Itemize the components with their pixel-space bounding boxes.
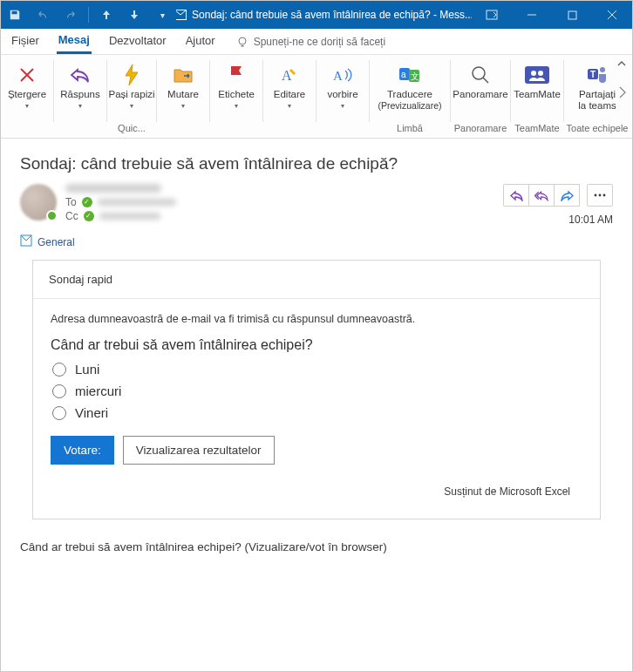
translate-label: Traducere [387, 89, 432, 100]
svg-point-10 [473, 67, 485, 79]
poll-option[interactable]: Vineri [52, 405, 582, 420]
move-button[interactable]: Mutare▾ [159, 58, 208, 121]
ribbon-display-options-button[interactable] [472, 1, 512, 29]
teams-icon: T [586, 61, 609, 89]
speech-label: vorbire [327, 89, 357, 100]
svg-point-19 [603, 194, 606, 197]
reply-icon [69, 61, 92, 89]
poll-option-label: Luni [75, 362, 99, 377]
delete-label: Ștergere [8, 89, 46, 100]
folder-move-icon [173, 61, 194, 89]
poll-option[interactable]: Luni [52, 362, 582, 377]
reply-all-button[interactable] [528, 184, 555, 207]
view-results-button[interactable]: Vizualizarea rezultatelor [123, 436, 275, 465]
reply-button[interactable] [503, 184, 529, 207]
tab-developer[interactable]: Dezvoltator [107, 31, 168, 52]
poll-card: Sondaj rapid Adresa dumneavoastră de e-m… [32, 260, 601, 519]
ribbon: Ștergere▾ Răspuns▾ Pași rapizi▾ [1, 55, 632, 139]
share-teams-label: Partajați la teams [574, 89, 621, 112]
translate-icon: a文 [398, 61, 421, 89]
read-aloud-icon: A [332, 61, 353, 89]
respond-button[interactable]: Răspuns▾ [56, 58, 105, 121]
quick-steps-button[interactable]: Pași rapizi▾ [107, 58, 156, 121]
collapse-ribbon-button[interactable] [616, 58, 627, 71]
quick-steps-group-label: Quic... [109, 121, 154, 135]
to-recipient-redacted [98, 199, 176, 206]
ribbon-tabs: Fișier Mesaj Dezvoltator Ajutor Spuneți-… [1, 29, 632, 55]
group-quick-steps: Pași rapizi▾ Quic... [107, 55, 156, 138]
tags-label: Etichete [218, 89, 255, 100]
svg-rect-2 [568, 11, 576, 19]
zoom-group-label: Panoramare [453, 121, 508, 135]
svg-text:T: T [590, 70, 596, 79]
x-icon [17, 61, 37, 89]
envelope-icon [176, 10, 187, 20]
svg-text:文: 文 [411, 71, 419, 81]
poll-option-label: Vineri [75, 405, 108, 420]
redo-button[interactable] [57, 1, 85, 29]
poll-question: Când ar trebui să avem întâlnirea echipe… [51, 337, 582, 353]
presence-indicator [46, 210, 58, 221]
window-controls [472, 1, 632, 29]
category-chip[interactable]: General [20, 234, 613, 249]
svg-point-12 [531, 71, 536, 76]
magnifier-icon [470, 61, 491, 89]
category-icon [20, 234, 32, 249]
minimize-button[interactable] [512, 1, 552, 29]
sender-name-redacted [65, 184, 161, 193]
group-respond: Răspuns▾ [54, 55, 106, 138]
qat-customize-button[interactable]: ▾ [148, 1, 176, 29]
editing-button[interactable]: A Editare▾ [265, 58, 314, 121]
teammate-button[interactable]: TeamMate [513, 58, 562, 121]
more-actions-button[interactable] [587, 184, 613, 207]
ribbon-scroll-right-button[interactable] [618, 86, 627, 101]
poll-note: Adresa dumneavoastră de e-mail va fi tri… [51, 313, 582, 325]
share-teams-button[interactable]: T Partajați la teams [573, 58, 622, 121]
to-label: To [65, 196, 77, 208]
maximize-button[interactable] [552, 1, 592, 29]
translate-sub-label: (Previzualizare) [378, 100, 442, 111]
vote-button[interactable]: Votare: [51, 436, 114, 465]
poll-option-label: miercuri [75, 384, 121, 398]
tell-me-search[interactable]: Spuneți-ne ce doriți să faceți [236, 36, 385, 48]
svg-rect-1 [487, 10, 497, 19]
translate-button[interactable]: a文 Traducere (Previzualizare) [371, 58, 448, 121]
group-delete: Ștergere▾ [1, 55, 53, 138]
title-bar: ▾ Sondaj: când trebuie să avem întâlnire… [1, 1, 632, 29]
svg-point-17 [595, 194, 597, 197]
group-move: Mutare▾ [157, 55, 209, 138]
save-button[interactable] [1, 1, 29, 29]
poll-powered-by: Susținut de Microsoft Excel [51, 465, 582, 510]
svg-point-16 [600, 67, 605, 72]
radio-icon [52, 406, 66, 420]
delete-button[interactable]: Ștergere▾ [3, 58, 51, 121]
poll-options: Luni miercuri Vineri [52, 362, 582, 420]
group-speech: A vorbire▾ [316, 55, 369, 138]
svg-text:A: A [333, 69, 343, 83]
group-teammate: TeamMate TeamMate [511, 55, 563, 138]
close-button[interactable] [592, 1, 632, 29]
tab-file[interactable]: Fișier [10, 31, 41, 52]
tags-button[interactable]: Etichete▾ [212, 58, 261, 121]
radio-icon [52, 363, 66, 377]
tab-help[interactable]: Ajutor [184, 31, 217, 52]
speech-button[interactable]: A vorbire▾ [318, 58, 367, 121]
lightning-icon [123, 61, 140, 89]
next-item-button[interactable] [120, 1, 148, 29]
previous-item-button[interactable] [92, 1, 120, 29]
radio-icon [52, 384, 66, 398]
poll-option[interactable]: miercuri [52, 384, 582, 398]
group-language: a文 Traducere (Previzualizare) Limbă [370, 55, 450, 138]
cc-recipient-redacted [99, 213, 160, 220]
reading-pane: Sondaj: când trebuie să avem întâlnirea … [1, 139, 632, 519]
tab-message[interactable]: Mesaj [57, 30, 92, 54]
teammate-label: TeamMate [514, 89, 561, 100]
message-subject: Sondaj: când trebuie să avem întâlnirea … [20, 154, 613, 173]
poll-header: Sondaj rapid [33, 261, 600, 299]
svg-point-13 [538, 71, 543, 76]
undo-button[interactable] [29, 1, 57, 29]
forward-button[interactable] [554, 184, 580, 207]
window-title: Sondaj: când trebuie să avem întâlnirea … [176, 9, 472, 21]
zoom-button[interactable]: Panoramare [456, 58, 505, 121]
view-in-browser-link[interactable]: Când ar trebui să avem întâlnirea echipe… [1, 519, 632, 553]
